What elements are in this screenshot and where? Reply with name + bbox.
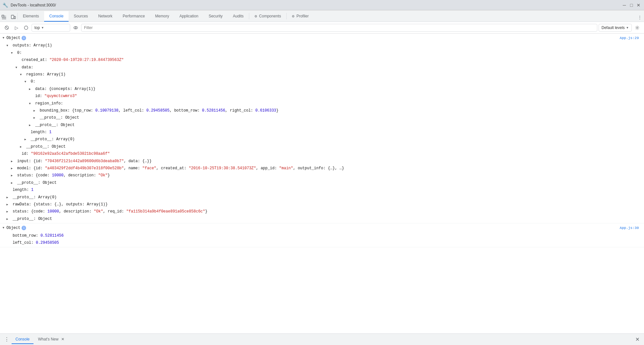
proto-region-info[interactable]: __proto__: Object — [0, 114, 644, 121]
expand-proto-r0[interactable] — [29, 123, 33, 128]
eye-button[interactable] — [71, 24, 80, 32]
expand-outputs-0[interactable] — [11, 51, 15, 56]
root-status-line[interactable]: status: {code: 10000, description: "Ok",… — [0, 208, 644, 215]
expand-root-status[interactable] — [6, 210, 10, 214]
tab-console[interactable]: Console — [44, 11, 69, 22]
outputs-line[interactable]: outputs: Array(1) — [0, 42, 644, 49]
svg-point-8 — [637, 27, 638, 28]
context-selector[interactable]: top ▼ — [32, 24, 70, 32]
tab-application[interactable]: Application — [174, 11, 204, 22]
tab-network[interactable]: Network — [93, 11, 118, 22]
tab-audits[interactable]: Audits — [228, 11, 249, 22]
levels-chevron-icon: ▼ — [626, 26, 629, 29]
object-1-root[interactable]: Object i App.js:29 — [0, 34, 644, 42]
tab-security[interactable]: Security — [204, 11, 228, 22]
bottom-row-line: bottom_row: 0.52811456 — [0, 232, 644, 239]
bottom-console-label: Console — [15, 337, 30, 341]
tab-profiler-label: Profiler — [297, 14, 309, 18]
object-2-label: Object — [6, 225, 20, 231]
more-tabs-button[interactable]: ⋮ — [636, 13, 644, 22]
proto-regions[interactable]: __proto__: Array(0) — [0, 136, 644, 143]
status-line[interactable]: status: {code: 10000, description: "Ok"} — [0, 172, 644, 179]
expand-bounding-box[interactable] — [33, 109, 37, 113]
expand-rawdata[interactable] — [6, 202, 10, 207]
more-panels-button[interactable]: ⋮ — [3, 335, 11, 344]
inspect-element-button[interactable] — [0, 13, 8, 22]
console-entry-2: Object i App.js:30 bottom_row: 0.5281145… — [0, 223, 644, 247]
svg-rect-0 — [2, 15, 4, 17]
context-value: top — [34, 25, 40, 30]
bottom-tab-console[interactable]: Console — [12, 335, 33, 344]
file-ref-2[interactable]: App.js:30 — [620, 225, 641, 231]
svg-rect-2 — [14, 16, 15, 19]
expand-input[interactable] — [11, 159, 15, 164]
model-line[interactable]: model: {id: "a403429f2ddf4b49b307e318f00… — [0, 165, 644, 172]
tab-memory[interactable]: Memory — [150, 11, 174, 22]
regions-0-line[interactable]: 0: — [0, 78, 644, 85]
proto-output-0[interactable]: __proto__: Object — [0, 179, 644, 186]
minimize-button[interactable]: ─ — [621, 2, 627, 8]
clear-console-button[interactable] — [3, 24, 11, 32]
expand-proto-outputs[interactable] — [6, 195, 10, 200]
entry-1-header: Object i App.js:29 — [0, 34, 644, 42]
expand-outputs[interactable] — [6, 44, 10, 48]
region-data-line[interactable]: data: {concepts: Array(1)} — [0, 85, 644, 93]
levels-selector[interactable]: Default levels ▼ — [599, 24, 632, 32]
console-toolbar: ▷ top ▼ Default levels ▼ — [0, 22, 644, 34]
tab-network-label: Network — [98, 14, 112, 18]
proto-regions-0[interactable]: __proto__: Object — [0, 122, 644, 129]
close-button[interactable]: ✕ — [636, 2, 641, 8]
bottom-tab-whats-new[interactable]: What's New ✕ — [34, 335, 69, 344]
file-ref-1[interactable]: App.js:29 — [620, 35, 641, 41]
bounding-box-line[interactable]: bounding_box: {top_row: 0.10079138, left… — [0, 107, 644, 114]
rawdata-line[interactable]: rawData: {status: {…}, outputs: Array(1)… — [0, 201, 644, 208]
region-info-line[interactable]: region_info: — [0, 100, 644, 107]
tab-elements[interactable]: Elements — [18, 11, 44, 22]
left-col-line: left_col: 0.29458505 — [0, 239, 644, 246]
svg-point-7 — [75, 27, 76, 28]
object-1-label: Object — [6, 35, 20, 41]
maximize-button[interactable]: □ — [629, 2, 634, 8]
close-drawer-button[interactable]: ✕ — [633, 335, 641, 344]
device-toggle-button[interactable] — [9, 13, 17, 22]
input-line[interactable]: input: {id: "70436f2121c442a89600d6b3dea… — [0, 158, 644, 165]
close-whats-new-button[interactable]: ✕ — [61, 337, 65, 341]
console-settings-button[interactable] — [633, 24, 641, 32]
expand-proto-out0[interactable] — [11, 181, 15, 186]
object-2-info-badge[interactable]: i — [22, 226, 26, 230]
object-1-info-badge[interactable]: i — [22, 36, 26, 40]
expand-proto-data[interactable] — [20, 145, 24, 150]
expand-data[interactable] — [15, 65, 19, 70]
title-bar: 🔧 DevTools - localhost:3000/ ─ □ ✕ — [0, 0, 644, 10]
expand-region-data[interactable] — [29, 87, 33, 92]
regions-line[interactable]: regions: Array(1) — [0, 71, 644, 78]
expand-proto-root[interactable] — [6, 217, 10, 222]
expand-proto-ri[interactable] — [33, 116, 37, 121]
expand-regions-0[interactable] — [24, 80, 28, 84]
window-controls: ─ □ ✕ — [621, 2, 641, 8]
data-line[interactable]: data: — [0, 64, 644, 71]
run-button[interactable]: ▷ — [12, 24, 21, 32]
tab-components[interactable]: ⚙ Components — [249, 11, 286, 22]
tab-sources[interactable]: Sources — [69, 11, 93, 22]
outputs-0-line[interactable]: 0: — [0, 49, 644, 56]
expand-status[interactable] — [11, 173, 15, 178]
expand-regions[interactable] — [20, 73, 24, 77]
proto-root[interactable]: __proto__: Object — [0, 215, 644, 222]
filter-input[interactable] — [81, 24, 597, 32]
created-at-line: created_at: "2020-04-19T20:27:19.8447395… — [0, 56, 644, 64]
proto-data[interactable]: __proto__: Object — [0, 143, 644, 150]
stop-button[interactable] — [22, 24, 30, 32]
expand-object-1[interactable] — [3, 36, 6, 41]
tab-performance[interactable]: Performance — [118, 11, 150, 22]
object-2-root[interactable]: Object i App.js:30 — [0, 224, 644, 232]
svg-rect-1 — [11, 15, 14, 19]
expand-region-info[interactable] — [29, 102, 33, 106]
main-tab-bar: Elements Console Sources Network Perform… — [0, 10, 644, 22]
proto-outputs[interactable]: __proto__: Array(0) — [0, 194, 644, 201]
expand-object-2[interactable] — [3, 226, 6, 231]
tab-profiler[interactable]: ⚙ Profiler — [287, 11, 314, 22]
expand-proto-regions[interactable] — [24, 137, 28, 142]
expand-model[interactable] — [11, 166, 15, 171]
context-chevron-icon: ▼ — [41, 26, 44, 29]
